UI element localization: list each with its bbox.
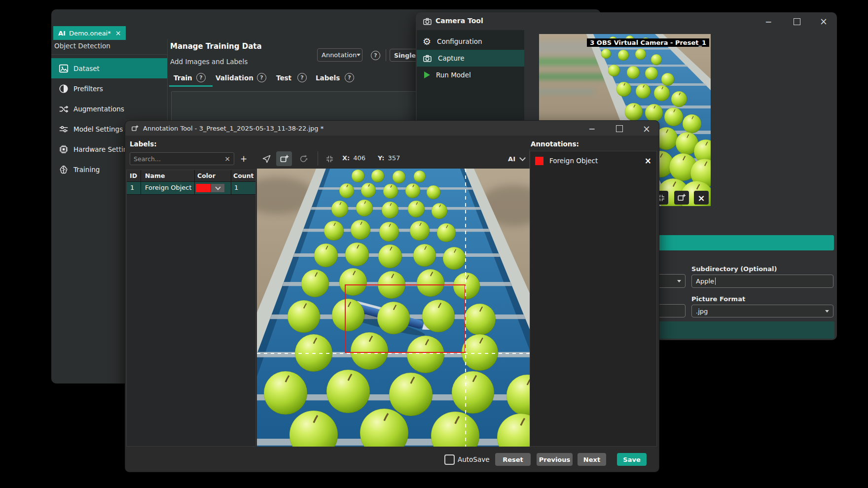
- help-icon[interactable]: ?: [371, 51, 380, 60]
- close-button[interactable]: ×: [639, 122, 654, 136]
- chevron-down-icon: [677, 280, 681, 282]
- play-icon: [424, 71, 430, 78]
- annotation-name: Foreign Object: [549, 157, 639, 165]
- pointer-icon: [262, 154, 271, 164]
- sliders-icon: [58, 124, 69, 135]
- tab-labels[interactable]: Labels: [316, 74, 340, 82]
- ai-mode-dropdown[interactable]: AI: [494, 152, 525, 165]
- active-tab-underline: [169, 85, 213, 87]
- menu-item-configuration[interactable]: ⚙ Configuration: [417, 33, 524, 50]
- menu-item-label: Run Model: [436, 71, 471, 79]
- close-button[interactable]: ×: [816, 14, 831, 28]
- tab-close-icon[interactable]: ×: [115, 29, 121, 37]
- text-cursor: [715, 278, 716, 285]
- label-search-box[interactable]: Search... ×: [130, 152, 234, 165]
- color-swatch[interactable]: [196, 184, 211, 192]
- document-tab-title: Demo.oneai*: [69, 30, 111, 37]
- camera-window-title: Camera Tool: [435, 17, 483, 25]
- image-icon: [58, 63, 69, 74]
- menu-item-label: Configuration: [437, 37, 482, 45]
- row-id: 1: [130, 184, 134, 191]
- subdirectory-label: Subdirectory (Optional): [691, 265, 777, 273]
- annotation-list-item[interactable]: Foreign Object ×: [530, 151, 656, 170]
- minimize-button[interactable]: −: [761, 15, 776, 28]
- ai-mode-value: AI: [508, 155, 515, 163]
- shuffle-icon: [58, 104, 69, 114]
- delete-annotation-icon[interactable]: ×: [645, 156, 651, 166]
- column-count[interactable]: Count: [233, 172, 254, 179]
- sidebar-header: Object Detection: [54, 42, 110, 50]
- chevron-down-icon: [357, 54, 361, 56]
- camera-preview-label: 3 OBS Virtual Camera - Preset_1: [587, 38, 709, 47]
- picture-format-dropdown[interactable]: .jpg: [691, 305, 833, 317]
- labels-table-panel: ID Name Color Count 1 Foreign Object 1: [126, 170, 256, 447]
- tab-train[interactable]: Train: [174, 74, 192, 82]
- tab-test[interactable]: Test: [276, 74, 291, 82]
- fit-view-button[interactable]: [323, 152, 336, 165]
- x-label: X:: [342, 154, 350, 162]
- toolbar-separator: [318, 151, 318, 166]
- column-id[interactable]: ID: [130, 172, 137, 179]
- draw-box-tool-button[interactable]: [276, 151, 292, 166]
- annotation-mode-dropdown[interactable]: Annotation: [317, 48, 362, 62]
- chevron-down-icon: [825, 310, 829, 313]
- rotate-icon: [299, 154, 308, 164]
- tab-validation[interactable]: Validation: [216, 74, 253, 82]
- fit-view-icon: [326, 155, 334, 163]
- add-label-button[interactable]: +: [237, 152, 250, 165]
- document-tab[interactable]: AI Demo.oneai* ×: [53, 26, 126, 40]
- sidebar-item-label: Dataset: [73, 65, 100, 72]
- annotation-color-swatch: [535, 157, 543, 165]
- camera-icon: [423, 17, 432, 26]
- sidebar-divider: [51, 54, 167, 55]
- next-button[interactable]: Next: [578, 453, 606, 466]
- column-name[interactable]: Name: [145, 172, 165, 179]
- pointer-tool-button[interactable]: [259, 152, 273, 165]
- autosave-checkbox[interactable]: [444, 454, 455, 465]
- minimize-button[interactable]: −: [584, 122, 600, 135]
- annotation-canvas[interactable]: [257, 169, 532, 447]
- maximize-icon: [616, 125, 623, 132]
- row-count: 1: [234, 184, 238, 191]
- annotate-box-icon: [280, 154, 289, 164]
- y-value: 357: [388, 154, 400, 162]
- color-dropdown-button[interactable]: [211, 184, 224, 192]
- previous-button[interactable]: Previous: [537, 453, 573, 466]
- labels-header: Labels:: [130, 140, 157, 148]
- maximize-button[interactable]: [791, 16, 803, 28]
- column-color[interactable]: Color: [197, 172, 216, 179]
- subdirectory-input[interactable]: Apple: [691, 275, 833, 288]
- chevron-down-icon: [215, 184, 220, 190]
- subdirectory-value: Apple: [696, 278, 714, 285]
- save-button[interactable]: Save: [617, 453, 647, 466]
- crosshair-vertical: [465, 169, 466, 447]
- brain-icon: [58, 164, 69, 175]
- sidebar-item-augmentations[interactable]: Augmentations: [51, 99, 167, 119]
- sidebar-item-prefilters[interactable]: Prefilters: [51, 78, 167, 99]
- maximize-button[interactable]: [613, 122, 626, 135]
- content-title: Manage Training Data: [170, 42, 262, 51]
- annotate-box-icon: [131, 125, 139, 134]
- help-icon[interactable]: ?: [257, 73, 266, 82]
- clear-search-icon[interactable]: ×: [224, 155, 230, 163]
- help-icon[interactable]: ?: [196, 73, 206, 82]
- camera-icon: [423, 54, 432, 63]
- preview-annotate-button[interactable]: [674, 191, 689, 205]
- help-icon[interactable]: ?: [297, 73, 307, 82]
- label-table-row[interactable]: 1 Foreign Object 1: [127, 182, 255, 195]
- maximize-icon: [794, 18, 800, 25]
- reset-button[interactable]: Reset: [495, 453, 531, 466]
- annotation-bounding-box[interactable]: [345, 284, 466, 353]
- autosave-label: AutoSave: [458, 455, 489, 463]
- menu-item-run-model[interactable]: Run Model: [417, 67, 524, 83]
- search-input[interactable]: Search...: [134, 155, 161, 163]
- menu-item-capture[interactable]: Capture: [417, 50, 524, 67]
- contrast-icon: [58, 83, 69, 94]
- help-icon[interactable]: ?: [345, 73, 354, 82]
- sidebar-item-dataset[interactable]: Dataset: [51, 58, 167, 78]
- y-label: Y:: [378, 154, 384, 162]
- preview-close-button[interactable]: ×: [694, 191, 709, 205]
- annotations-list-panel: Foreign Object ×: [530, 151, 657, 447]
- rotate-tool-button[interactable]: [296, 152, 310, 165]
- x-value: 406: [353, 154, 365, 162]
